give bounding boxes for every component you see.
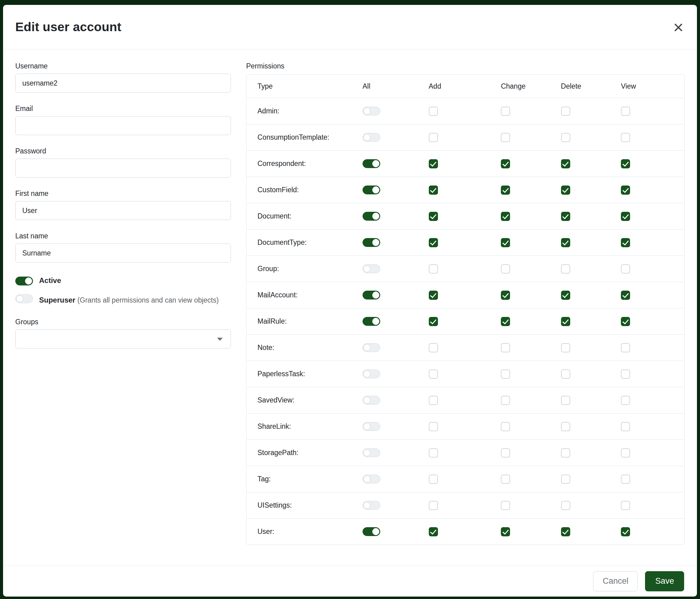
permission-view-checkbox[interactable]	[621, 343, 630, 352]
permission-change-checkbox[interactable]	[501, 317, 510, 326]
groups-select[interactable]	[15, 330, 231, 349]
permission-add-checkbox[interactable]	[429, 107, 438, 116]
permission-delete-checkbox[interactable]	[561, 159, 570, 168]
permission-delete-checkbox[interactable]	[561, 264, 570, 273]
permission-view-checkbox[interactable]	[621, 317, 630, 326]
permission-view-checkbox[interactable]	[621, 422, 630, 431]
permission-type-label: PaperlessTask:	[247, 370, 362, 378]
permission-change-checkbox[interactable]	[501, 238, 510, 247]
permission-add-checkbox[interactable]	[429, 133, 438, 142]
permission-add-checkbox[interactable]	[429, 369, 438, 379]
permission-all-toggle[interactable]	[362, 107, 380, 116]
permission-change-checkbox[interactable]	[501, 501, 510, 510]
permission-delete-checkbox[interactable]	[561, 133, 570, 142]
permission-all-toggle[interactable]	[362, 317, 380, 326]
permission-add-checkbox[interactable]	[429, 291, 438, 300]
permission-delete-checkbox[interactable]	[561, 238, 570, 247]
permission-row: User:	[247, 518, 684, 545]
permission-add-checkbox[interactable]	[429, 238, 438, 247]
permission-view-checkbox[interactable]	[621, 133, 630, 142]
permission-all-toggle[interactable]	[362, 291, 380, 300]
permission-change-checkbox[interactable]	[501, 422, 510, 431]
permission-add-checkbox[interactable]	[429, 396, 438, 405]
permission-delete-checkbox[interactable]	[561, 369, 570, 379]
permission-delete-checkbox[interactable]	[561, 422, 570, 431]
permission-all-toggle[interactable]	[362, 133, 380, 142]
permission-view-checkbox[interactable]	[621, 369, 630, 379]
permission-add-checkbox[interactable]	[429, 448, 438, 457]
password-input[interactable]	[15, 159, 231, 177]
permission-delete-checkbox[interactable]	[561, 527, 570, 536]
permission-change-checkbox[interactable]	[501, 369, 510, 379]
permission-all-toggle[interactable]	[362, 396, 380, 405]
permission-change-checkbox[interactable]	[501, 291, 510, 300]
cancel-button[interactable]: Cancel	[593, 571, 638, 591]
permission-view-checkbox[interactable]	[621, 501, 630, 510]
permission-view-checkbox[interactable]	[621, 186, 630, 195]
permission-add-checkbox[interactable]	[429, 212, 438, 221]
permission-change-checkbox[interactable]	[501, 448, 510, 457]
permission-delete-checkbox[interactable]	[561, 212, 570, 221]
permission-all-toggle[interactable]	[362, 501, 380, 510]
permission-all-toggle[interactable]	[362, 448, 380, 457]
permission-view-checkbox[interactable]	[621, 238, 630, 247]
permission-add-checkbox[interactable]	[429, 186, 438, 195]
permission-delete-checkbox[interactable]	[561, 448, 570, 457]
permission-all-toggle[interactable]	[362, 238, 380, 247]
permission-view-checkbox[interactable]	[621, 107, 630, 116]
permission-view-checkbox[interactable]	[621, 159, 630, 168]
permission-all-toggle[interactable]	[362, 264, 380, 273]
permission-delete-checkbox[interactable]	[561, 317, 570, 326]
permission-all-toggle[interactable]	[362, 159, 380, 168]
permission-view-checkbox[interactable]	[621, 527, 630, 536]
permission-add-checkbox[interactable]	[429, 422, 438, 431]
permission-delete-checkbox[interactable]	[561, 186, 570, 195]
last-name-input[interactable]	[15, 244, 231, 263]
permission-view-checkbox[interactable]	[621, 212, 630, 221]
permission-view-checkbox[interactable]	[621, 264, 630, 273]
permission-add-checkbox[interactable]	[429, 501, 438, 510]
permission-add-checkbox[interactable]	[429, 527, 438, 536]
active-toggle[interactable]	[15, 277, 33, 285]
permission-change-checkbox[interactable]	[501, 186, 510, 195]
permission-all-toggle[interactable]	[362, 527, 380, 536]
permission-all-toggle[interactable]	[362, 475, 380, 483]
permission-change-checkbox[interactable]	[501, 475, 510, 484]
permission-change-checkbox[interactable]	[501, 159, 510, 168]
permission-all-toggle[interactable]	[362, 422, 380, 431]
permission-change-checkbox[interactable]	[501, 212, 510, 221]
permission-add-checkbox[interactable]	[429, 159, 438, 168]
permission-add-checkbox[interactable]	[429, 264, 438, 273]
permission-add-checkbox[interactable]	[429, 343, 438, 352]
superuser-label-wrap: Superuser (Grants all permissions and ca…	[39, 294, 219, 307]
permission-add-checkbox[interactable]	[429, 317, 438, 326]
permission-all-toggle[interactable]	[362, 369, 380, 378]
permission-all-toggle[interactable]	[362, 343, 380, 352]
permission-delete-checkbox[interactable]	[561, 291, 570, 300]
permission-view-checkbox[interactable]	[621, 291, 630, 300]
permission-delete-checkbox[interactable]	[561, 501, 570, 510]
permission-delete-checkbox[interactable]	[561, 343, 570, 352]
permission-view-checkbox[interactable]	[621, 396, 630, 405]
permission-all-toggle[interactable]	[362, 212, 380, 221]
username-input[interactable]	[15, 74, 231, 93]
permission-add-checkbox[interactable]	[429, 475, 438, 484]
permission-all-toggle[interactable]	[362, 186, 380, 194]
permission-change-checkbox[interactable]	[501, 107, 510, 116]
permission-change-checkbox[interactable]	[501, 396, 510, 405]
email-input[interactable]	[15, 116, 231, 135]
groups-label: Groups	[15, 317, 231, 326]
permission-delete-checkbox[interactable]	[561, 396, 570, 405]
permission-change-checkbox[interactable]	[501, 527, 510, 536]
superuser-toggle[interactable]	[15, 294, 33, 303]
permission-view-checkbox[interactable]	[621, 448, 630, 457]
first-name-input[interactable]	[15, 201, 231, 220]
permission-view-checkbox[interactable]	[621, 475, 630, 484]
permission-change-checkbox[interactable]	[501, 133, 510, 142]
close-icon[interactable]: ×	[673, 18, 683, 36]
permission-delete-checkbox[interactable]	[561, 475, 570, 484]
permission-change-checkbox[interactable]	[501, 264, 510, 273]
save-button[interactable]: Save	[645, 571, 684, 591]
permission-delete-checkbox[interactable]	[561, 107, 570, 116]
permission-change-checkbox[interactable]	[501, 343, 510, 352]
